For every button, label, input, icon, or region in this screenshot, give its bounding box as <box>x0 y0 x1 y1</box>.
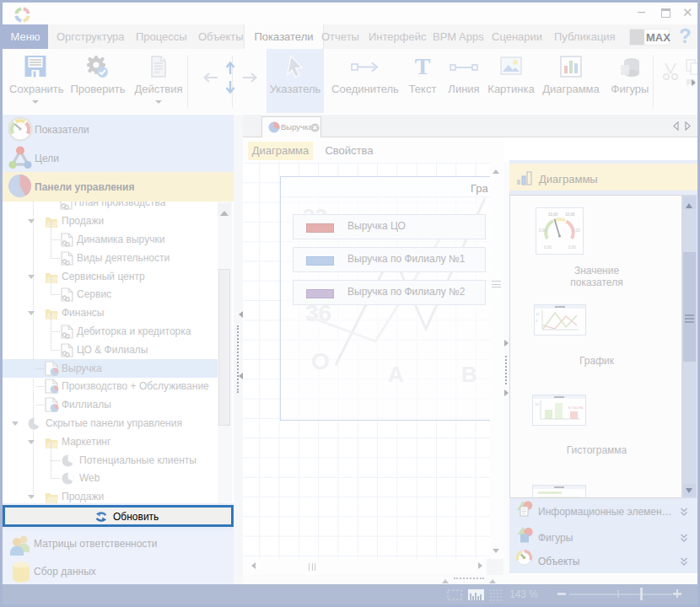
svg-text:T: T <box>415 55 431 78</box>
svg-text:0,00: 0,00 <box>539 228 547 233</box>
svg-text:0,00: 0,00 <box>573 228 580 233</box>
svg-text:0,00: 0,00 <box>568 245 576 250</box>
svg-text:5: 5 <box>536 319 538 323</box>
svg-text:0,00: 0,00 <box>544 245 552 250</box>
svg-text:В ТЫСЯЧ: В ТЫСЯЧ <box>568 406 584 410</box>
svg-text:10: 10 <box>536 312 540 316</box>
svg-text:10,00: 10,00 <box>548 212 558 217</box>
svg-text:10,00: 10,00 <box>565 212 575 217</box>
svg-text:10: 10 <box>535 402 539 406</box>
